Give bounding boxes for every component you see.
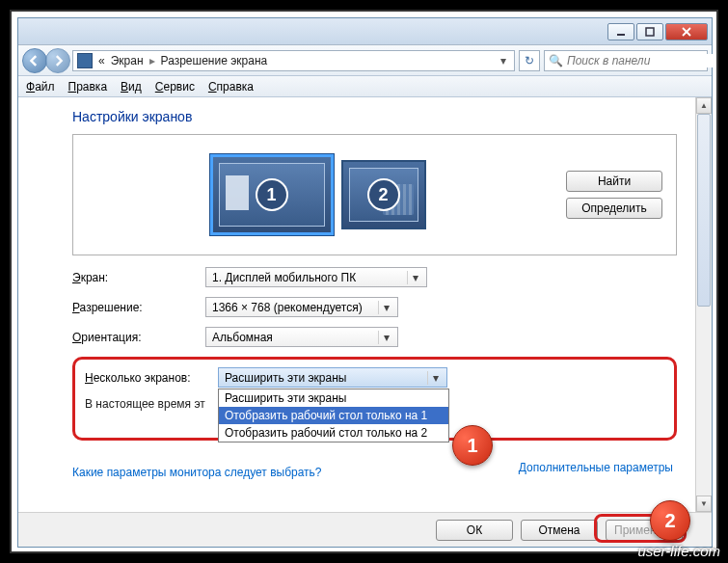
multi-option-1[interactable]: Отобразить рабочий стол только на 1 — [219, 407, 448, 424]
multi-option-2[interactable]: Отобразить рабочий стол только на 2 — [219, 424, 448, 442]
menu-file[interactable]: Файл — [26, 80, 55, 94]
content-area: Настройки экранов 1 2 Найти Определить Э… — [18, 97, 712, 512]
scroll-up-icon[interactable]: ▲ — [696, 97, 712, 114]
chevron-down-icon: ▾ — [378, 331, 393, 344]
scroll-down-icon[interactable]: ▼ — [696, 496, 712, 512]
minimize-button[interactable] — [607, 23, 634, 40]
vertical-scrollbar[interactable]: ▲ ▼ — [695, 97, 712, 512]
search-icon: 🔍 — [549, 54, 563, 67]
annotation-badge-2: 2 — [650, 500, 690, 541]
annotation-badge-1: 1 — [452, 425, 493, 466]
menu-help[interactable]: Справка — [208, 80, 254, 94]
page-title: Настройки экранов — [72, 109, 677, 124]
callout-box-1: Несколько экранов: Расширить эти экраны … — [72, 357, 677, 441]
menu-bar: Файл Правка Вид Сервис Справка — [18, 76, 712, 97]
find-button[interactable]: Найти — [566, 171, 662, 192]
monitor-2[interactable]: 2 — [341, 160, 426, 229]
resolution-label: Разрешение: — [72, 301, 198, 314]
back-button[interactable] — [22, 48, 47, 73]
menu-view[interactable]: Вид — [121, 80, 142, 94]
watermark: user-life.com — [637, 543, 720, 559]
monitor-2-badge: 2 — [367, 178, 400, 211]
monitor-1-badge: 1 — [256, 178, 288, 211]
chevron-down-icon: ▾ — [378, 301, 393, 314]
resolution-combo[interactable]: 1366 × 768 (рекомендуется) ▾ — [205, 297, 398, 317]
address-bar[interactable]: « Экран ▸ Разрешение экрана ▾ — [72, 50, 515, 71]
breadcrumb-prefix: « — [98, 54, 105, 67]
close-button[interactable] — [665, 23, 708, 40]
search-input[interactable] — [567, 54, 713, 67]
ok-button[interactable]: ОК — [436, 520, 513, 541]
display-value: 1. Дисплей мобильного ПК — [212, 271, 356, 284]
chevron-down-icon: ▾ — [407, 271, 422, 284]
titlebar — [18, 18, 712, 45]
cancel-button[interactable]: Отмена — [521, 520, 598, 541]
maximize-button[interactable] — [636, 23, 663, 40]
resolution-value: 1366 × 768 (рекомендуется) — [212, 301, 363, 314]
menu-tools[interactable]: Сервис — [155, 80, 195, 94]
display-combo[interactable]: 1. Дисплей мобильного ПК ▾ — [205, 267, 427, 287]
multi-value: Расширить эти экраны — [225, 371, 346, 385]
orientation-combo[interactable]: Альбомная ▾ — [205, 327, 398, 347]
multi-label: Несколько экранов: — [85, 371, 210, 385]
advanced-settings-link[interactable]: Дополнительные параметры — [519, 461, 673, 474]
monitor-preview-box: 1 2 Найти Определить — [72, 134, 677, 255]
monitor-1[interactable]: 1 — [210, 154, 334, 235]
identify-button[interactable]: Определить — [566, 198, 662, 219]
chevron-down-icon: ▾ — [427, 371, 443, 385]
forward-button[interactable] — [45, 48, 70, 73]
multi-option-0[interactable]: Расширить эти экраны — [219, 389, 448, 407]
orientation-label: Ориентация: — [72, 331, 198, 344]
search-box[interactable]: 🔍 — [544, 50, 708, 71]
navbar: « Экран ▸ Разрешение экрана ▾ ↻ 🔍 — [18, 45, 712, 76]
scroll-thumb[interactable] — [697, 114, 711, 307]
chevron-right-icon: ▸ — [149, 54, 155, 67]
control-panel-icon — [77, 53, 93, 68]
address-drop-icon[interactable]: ▾ — [497, 54, 510, 67]
svg-rect-1 — [646, 28, 654, 36]
breadcrumb-current[interactable]: Разрешение экрана — [161, 54, 268, 67]
orientation-value: Альбомная — [212, 331, 273, 344]
display-label: Экран: — [72, 271, 198, 284]
multi-dropdown-list: Расширить эти экраны Отобразить рабочий … — [218, 389, 449, 442]
multiple-displays-combo[interactable]: Расширить эти экраны ▾ Расширить эти экр… — [218, 367, 447, 388]
menu-edit[interactable]: Правка — [68, 80, 108, 94]
refresh-button[interactable]: ↻ — [519, 50, 540, 71]
breadcrumb-root[interactable]: Экран — [111, 54, 144, 67]
footer: ОК Отмена Применить — [18, 512, 712, 547]
window: « Экран ▸ Разрешение экрана ▾ ↻ 🔍 Файл П… — [17, 17, 713, 548]
